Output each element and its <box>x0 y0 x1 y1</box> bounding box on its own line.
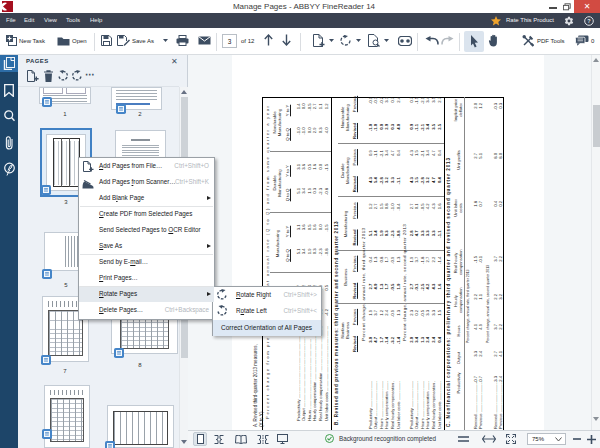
svg-text:?: ? <box>587 18 591 24</box>
